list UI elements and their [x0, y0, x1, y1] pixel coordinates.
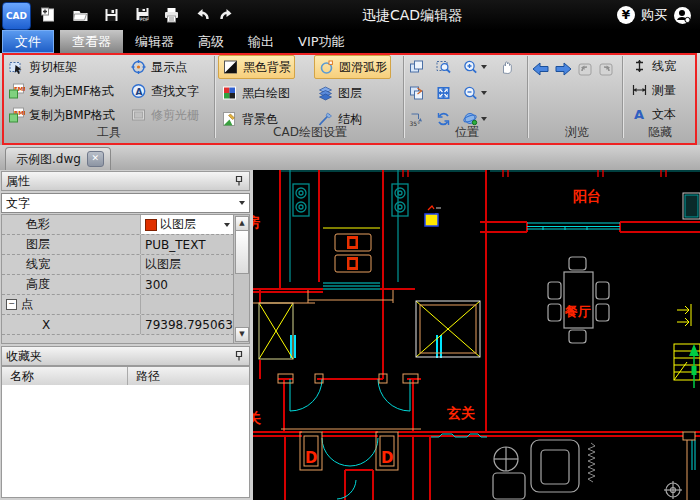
user-account-icon[interactable]: [673, 6, 692, 25]
document-tab[interactable]: 示例图.dwg ✕: [5, 147, 111, 170]
properties-title: 属性: [6, 173, 30, 190]
properties-scrollbar[interactable]: ▲ ▼: [233, 215, 249, 343]
zoom-out-button[interactable]: [462, 81, 498, 105]
app-logo-icon[interactable]: CAD: [2, 2, 31, 30]
zoom-in-button[interactable]: [462, 55, 498, 79]
print-icon[interactable]: [159, 4, 183, 26]
ribbon-separator: [527, 56, 529, 138]
tab-close-icon[interactable]: ✕: [87, 151, 104, 167]
document-tab-bar: 示例图.dwg ✕: [0, 145, 700, 170]
zoom-out-dropdown-caret[interactable]: [481, 91, 487, 95]
line-width-icon: [631, 58, 648, 74]
property-row-x[interactable]: X 79398.795063891: [2, 315, 249, 335]
svg-text:PDF: PDF: [140, 17, 149, 22]
favorites-panel: 收藏夹 名称 路径: [0, 345, 251, 500]
undo-view-button[interactable]: [578, 62, 593, 76]
copy-view-button[interactable]: [408, 55, 435, 79]
layers-icon: [317, 85, 334, 101]
floor-plan-svg: 阳台 餐厅 玄关 D D 房 关: [253, 170, 700, 500]
property-row-lineweight[interactable]: 线宽 以图层: [2, 255, 249, 275]
copy-view-icon: [408, 59, 425, 75]
cut-frame-icon: [8, 59, 25, 75]
label-entry-clipped: 关: [253, 410, 261, 426]
undo-icon[interactable]: [190, 4, 214, 26]
scroll-down-icon[interactable]: ▼: [235, 327, 249, 342]
menu-tab-file[interactable]: 文件: [2, 30, 54, 53]
label-dining: 餐厅: [564, 304, 591, 319]
pin-icon[interactable]: [233, 175, 245, 187]
save-icon[interactable]: [99, 4, 123, 26]
zoom-window-button[interactable]: [435, 55, 462, 79]
drawing-canvas[interactable]: 阳台 餐厅 玄关 D D 房 关: [253, 170, 700, 500]
text-toggle[interactable]: A 文本: [628, 102, 692, 126]
label-door-right: D: [381, 449, 393, 467]
property-row-layer[interactable]: 图层 PUB_TEXT: [2, 235, 249, 255]
pin-icon[interactable]: [233, 350, 245, 362]
redo-icon[interactable]: [214, 4, 238, 26]
zoom-out-icon: [462, 85, 479, 101]
favorites-title: 收藏夹: [6, 348, 42, 365]
bw-drawing-icon: [221, 85, 238, 101]
bw-drawing-button[interactable]: 黑白绘图: [218, 81, 295, 105]
favorites-col-name[interactable]: 名称: [2, 367, 128, 386]
menu-tab-advanced[interactable]: 高级: [186, 30, 236, 53]
ribbon-separator: [403, 56, 405, 138]
next-view-button[interactable]: [555, 62, 572, 76]
black-background-icon: [222, 59, 239, 75]
menu-bar: 文件 查看器 编辑器 高级 输出 VIP功能: [0, 30, 700, 53]
new-file-icon[interactable]: [36, 4, 60, 26]
show-points-button[interactable]: 显示点: [127, 55, 202, 79]
scrollbar-thumb[interactable]: [235, 230, 249, 274]
selection-grip[interactable]: [425, 214, 438, 226]
property-row-height[interactable]: 高度 300: [2, 275, 249, 295]
zoom-in-dropdown-caret[interactable]: [481, 65, 487, 69]
zoom-extents-icon: [435, 85, 452, 101]
copy-bmp-icon: BMP: [8, 107, 25, 123]
favorites-list[interactable]: [1, 385, 250, 498]
group-label-hide: 隐藏: [628, 124, 692, 141]
favorites-col-path[interactable]: 路径: [128, 367, 160, 386]
ribbon-separator: [622, 56, 624, 138]
orbit-dropdown-caret[interactable]: [481, 117, 487, 121]
cut-frame-button[interactable]: 剪切框架: [5, 55, 118, 79]
menu-tab-output[interactable]: 输出: [236, 30, 286, 53]
group-label-browse: 浏览: [532, 124, 622, 141]
redo-view-button[interactable]: [599, 62, 614, 76]
line-width-toggle[interactable]: 线宽: [628, 54, 692, 78]
copy-emf-icon: EMF: [8, 83, 25, 99]
pan-hand-icon: [498, 59, 515, 75]
buy-button[interactable]: 购买: [641, 6, 667, 24]
group-label-tools: 工具: [5, 124, 213, 141]
property-group-point[interactable]: − 点: [2, 295, 249, 315]
smooth-arc-toggle[interactable]: 圆滑弧形: [314, 55, 391, 79]
collapse-icon[interactable]: −: [6, 299, 17, 310]
find-text-button[interactable]: A 查找文字: [127, 79, 202, 103]
paste-view-button[interactable]: [408, 81, 435, 105]
entity-type-select[interactable]: 文字: [1, 193, 250, 213]
chevron-down-icon[interactable]: [224, 223, 230, 227]
ribbon-group-draw-settings: 黑色背景 黑白绘图 背景色 圆滑弧形 图层 结构: [218, 54, 402, 142]
title-bar: CAD PDF 迅捷CAD编辑器 ¥ 购买: [0, 0, 700, 30]
zoom-extents-button[interactable]: [435, 81, 462, 105]
open-file-icon[interactable]: [68, 4, 92, 26]
label-balcony: 阳台: [573, 188, 601, 204]
yuan-coin-icon[interactable]: ¥: [617, 6, 635, 24]
ribbon-group-position: 35° 位置: [408, 54, 526, 142]
zoom-window-icon: [435, 59, 452, 75]
paste-view-icon: [408, 85, 425, 101]
menu-tab-vip[interactable]: VIP功能: [286, 30, 357, 53]
label-entry: 玄关: [446, 405, 475, 421]
menu-tab-editor[interactable]: 编辑器: [123, 30, 186, 53]
scroll-up-icon[interactable]: ▲: [235, 216, 249, 231]
properties-table: 色彩 以图层 图层 PUB_TEXT 线宽 以图层 高度 300: [1, 214, 250, 344]
group-label-position: 位置: [408, 124, 526, 141]
measure-toggle[interactable]: 测量: [628, 78, 692, 102]
black-background-toggle[interactable]: 黑色背景: [218, 55, 295, 79]
save-pdf-icon[interactable]: PDF: [130, 4, 154, 26]
property-row-color[interactable]: 色彩 以图层: [2, 215, 249, 235]
copy-emf-button[interactable]: EMF 复制为EMF格式: [5, 79, 118, 103]
layers-button[interactable]: 图层: [314, 81, 391, 105]
prev-view-button[interactable]: [532, 62, 549, 76]
menu-tab-viewer[interactable]: 查看器: [60, 30, 123, 53]
pan-button[interactable]: [498, 55, 525, 79]
